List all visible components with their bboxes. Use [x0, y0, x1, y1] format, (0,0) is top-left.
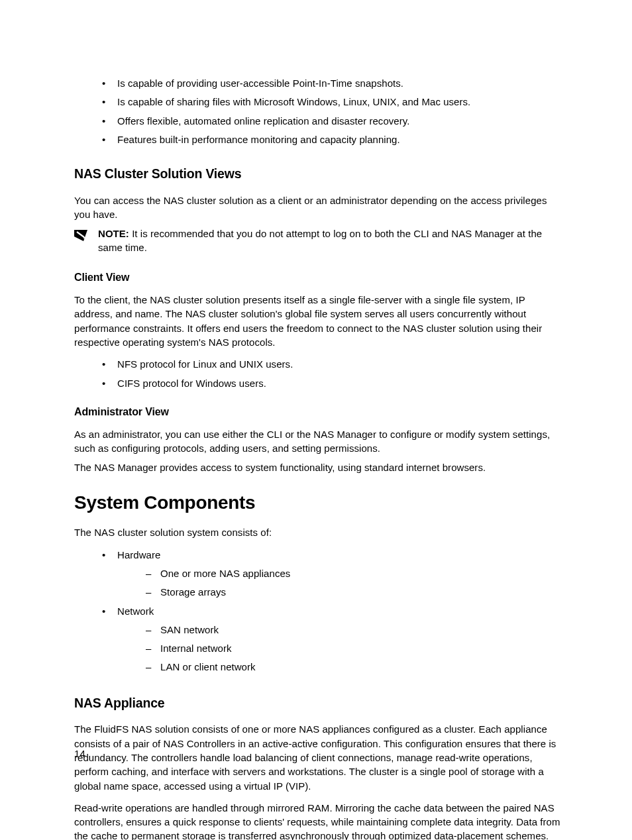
list-item: Network SAN network Internal network LAN… — [106, 604, 562, 674]
heading-nas-appliance: NAS Appliance — [74, 694, 562, 713]
list-item: SAN network — [149, 623, 562, 637]
list-item: NFS protocol for Linux and UNIX users. — [106, 357, 562, 371]
list-item: Offers flexible, automated online replic… — [106, 114, 562, 128]
note-callout: NOTE: It is recommended that you do not … — [74, 227, 562, 254]
components-list: Hardware One or more NAS appliances Stor… — [74, 548, 562, 674]
heading-system-components: System Components — [74, 490, 562, 516]
paragraph: As an administrator, you can use either … — [74, 427, 562, 456]
heading-admin-view: Administrator View — [74, 405, 562, 420]
feature-list: Is capable of providing user-accessible … — [74, 76, 562, 146]
note-text: NOTE: It is recommended that you do not … — [98, 227, 562, 254]
protocol-list: NFS protocol for Linux and UNIX users. C… — [74, 357, 562, 390]
paragraph: You can access the NAS cluster solution … — [74, 193, 562, 222]
paragraph: The NAS cluster solution system consists… — [74, 525, 562, 539]
list-item-label: Network — [117, 605, 154, 617]
page-number: 14 — [74, 747, 85, 761]
list-item: CIFS protocol for Windows users. — [106, 376, 562, 390]
list-item: Features built-in performance monitoring… — [106, 132, 562, 146]
note-label: NOTE: — [98, 228, 132, 239]
note-body: It is recommended that you do not attemp… — [98, 228, 542, 253]
list-item-label: Hardware — [117, 549, 160, 560]
list-item: Hardware One or more NAS appliances Stor… — [106, 548, 562, 600]
page: Is capable of providing user-accessible … — [0, 0, 632, 840]
list-item: LAN or client network — [149, 660, 562, 674]
heading-client-view: Client View — [74, 270, 562, 286]
note-icon — [74, 228, 87, 241]
sub-list: SAN network Internal network LAN or clie… — [117, 623, 562, 674]
paragraph: The FluidFS NAS solution consists of one… — [74, 722, 562, 792]
paragraph: Read-write operations are handled throug… — [74, 801, 562, 840]
heading-views: NAS Cluster Solution Views — [74, 165, 562, 184]
list-item: Is capable of providing user-accessible … — [106, 76, 562, 90]
paragraph: To the client, the NAS cluster solution … — [74, 293, 562, 349]
list-item: Internal network — [149, 641, 562, 655]
sub-list: One or more NAS appliances Storage array… — [117, 566, 562, 600]
list-item: Is capable of sharing files with Microso… — [106, 95, 562, 109]
paragraph: The NAS Manager provides access to syste… — [74, 460, 562, 474]
list-item: Storage arrays — [149, 585, 562, 599]
list-item: One or more NAS appliances — [149, 566, 562, 580]
